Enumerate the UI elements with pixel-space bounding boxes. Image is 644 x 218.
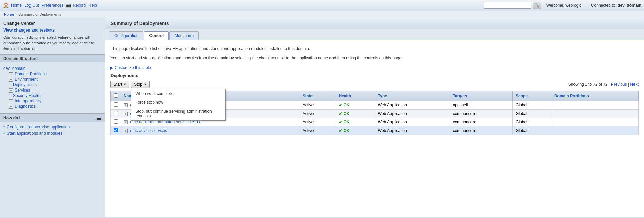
- how-do-i-title-bar: How do I... ▬: [0, 114, 105, 122]
- col-state-link[interactable]: State: [303, 94, 313, 98]
- nav-help[interactable]: Help: [88, 3, 97, 8]
- col-scope-link[interactable]: Scope: [516, 94, 528, 98]
- row-1-health-icon: ✔: [339, 103, 342, 108]
- hdi-start-apps[interactable]: Start applications and modules: [3, 131, 101, 136]
- tree-services-link[interactable]: Services: [15, 88, 30, 93]
- col-scope[interactable]: Scope: [513, 91, 551, 101]
- row-4-checkbox[interactable]: [114, 128, 118, 132]
- tree-deployments-link[interactable]: Deployments: [13, 82, 37, 87]
- tree-root-link[interactable]: dev_domain: [3, 66, 25, 71]
- tree-diagnostics-link[interactable]: Diagnostics: [15, 104, 36, 109]
- tree-security-realms[interactable]: Security Realms: [3, 93, 101, 98]
- nav-preferences[interactable]: Preferences: [42, 3, 64, 8]
- row-1-checkbox[interactable]: [114, 102, 118, 107]
- connected-label: Connected to:: [591, 3, 617, 8]
- tab-configuration[interactable]: Configuration: [109, 31, 143, 40]
- row-2-checkbox[interactable]: [114, 111, 118, 115]
- table-row: + cmc-advice-services Active ✔ OK Web Ap…: [111, 126, 639, 135]
- nav-record[interactable]: Record: [73, 3, 86, 8]
- tree-deployments[interactable]: Deployments: [3, 82, 101, 87]
- previous-link[interactable]: Previous: [611, 82, 627, 87]
- row-3-health-icon: ✔: [339, 120, 342, 125]
- home-icon: 🏠: [3, 2, 9, 8]
- stop-when-work-completes[interactable]: When work completes: [131, 89, 225, 98]
- row-1-expand-icon[interactable]: +: [124, 103, 128, 107]
- row-3-checkbox[interactable]: [114, 119, 118, 124]
- expand-environment-icon[interactable]: +: [9, 78, 13, 82]
- tree-diagnostics[interactable]: + Diagnostics: [3, 104, 101, 109]
- tree-domain-partitions[interactable]: + Domain Partitions: [3, 71, 101, 77]
- tab-monitoring[interactable]: Monitoring: [169, 31, 199, 40]
- col-state[interactable]: State: [300, 91, 336, 101]
- stop-button[interactable]: Stop ▼: [131, 81, 150, 88]
- connected-area: Connected to: dev_domain: [587, 3, 641, 8]
- stop-dropdown-menu: When work completes Force stop now Stop,…: [131, 89, 226, 121]
- col-domain-partitions[interactable]: Domain Partitions: [551, 91, 638, 101]
- deployments-section: Deployments Start ▼ Stop ▼: [110, 73, 639, 135]
- col-type[interactable]: Type: [375, 91, 450, 101]
- customize-table-section: ▶ Customize this table: [110, 65, 639, 70]
- nav-home[interactable]: Home: [11, 3, 22, 8]
- row-4-health-icon: ✔: [339, 128, 342, 133]
- tab-control[interactable]: Control: [144, 31, 169, 40]
- row-2-health: ✔ OK: [336, 110, 375, 118]
- welcome-text: Welcome, weblogic: [546, 3, 581, 8]
- row-1-targets: appshell: [450, 101, 512, 110]
- start-button[interactable]: Start ▼: [110, 81, 129, 88]
- col-health-link[interactable]: Health: [339, 94, 351, 98]
- tree-security-realms-link[interactable]: Security Realms: [13, 93, 42, 98]
- row-1-domain-partitions: [551, 101, 638, 110]
- row-4-name-link[interactable]: cmc-advice-services: [130, 128, 167, 133]
- expand-domain-partitions-icon[interactable]: +: [9, 72, 13, 76]
- col-domain-partitions-link[interactable]: Domain Partitions: [554, 94, 589, 98]
- how-do-i-title: How do I...: [3, 116, 24, 120]
- customize-table-link[interactable]: Customize this table: [115, 65, 151, 70]
- row-1-state: Active: [300, 101, 336, 110]
- row-3-expand-icon[interactable]: +: [124, 120, 128, 124]
- row-4-expand-icon[interactable]: +: [124, 129, 128, 133]
- row-2-domain-partitions: [551, 110, 638, 118]
- content-area: Summary of Deployments Configuration Con…: [105, 18, 644, 217]
- next-link[interactable]: Next: [630, 82, 639, 87]
- change-center: Change Center View changes and restarts …: [0, 18, 105, 55]
- customize-arrow-icon: ▶: [110, 66, 113, 70]
- tree-interoperability[interactable]: + Interoperability: [3, 98, 101, 104]
- view-changes-link[interactable]: View changes and restarts: [3, 28, 101, 33]
- col-targets-link[interactable]: Targets: [453, 94, 467, 98]
- col-targets[interactable]: Targets: [450, 91, 512, 101]
- tree-environment[interactable]: + Environment: [3, 77, 101, 82]
- breadcrumb-separator: >: [15, 12, 18, 16]
- stop-label: Stop: [134, 82, 142, 87]
- expand-services-icon[interactable]: +: [9, 88, 13, 93]
- stop-continue-admin[interactable]: Stop, but continue servicing administrat…: [131, 107, 225, 120]
- row-2-targets: commoncore: [450, 110, 512, 118]
- hdi-configure-enterprise[interactable]: Configure an enterprise application: [3, 125, 101, 130]
- row-2-expand-icon[interactable]: +: [124, 112, 128, 116]
- expand-diagnostics-icon[interactable]: +: [9, 105, 13, 109]
- tree-environment-link[interactable]: Environment: [15, 77, 37, 82]
- domain-tree: dev_domain + Domain Partitions + Environ…: [3, 64, 101, 111]
- tree-root[interactable]: dev_domain: [3, 66, 101, 71]
- row-2-scope: Global: [513, 110, 551, 118]
- select-all-checkbox[interactable]: [114, 93, 118, 98]
- breadcrumb-home[interactable]: Home: [4, 12, 14, 16]
- top-navigation-bar: 🏠 Home Log Out Preferences 📷 Record Help…: [0, 0, 644, 11]
- expand-interoperability-icon[interactable]: +: [9, 99, 13, 103]
- search-input[interactable]: [484, 2, 531, 9]
- domain-structure: Domain Structure dev_domain + Domain Par…: [0, 55, 105, 114]
- nav-logout[interactable]: Log Out: [24, 3, 39, 8]
- how-do-i-section: How do I... ▬ Configure an enterprise ap…: [0, 114, 105, 217]
- tree-domain-partitions-link[interactable]: Domain Partitions: [15, 72, 47, 76]
- row-3-targets: commoncore: [450, 118, 512, 126]
- col-type-link[interactable]: Type: [378, 94, 387, 98]
- stop-force-now[interactable]: Force stop now: [131, 98, 225, 107]
- row-2-type: Web Application: [375, 110, 450, 118]
- welcome-area: Welcome, weblogic: [546, 3, 581, 8]
- tree-interoperability-link[interactable]: Interoperability: [15, 99, 41, 103]
- tree-services[interactable]: + Services: [3, 87, 101, 93]
- row-3-type: Web Application: [375, 118, 450, 126]
- search-button[interactable]: 🔍: [533, 2, 541, 9]
- domain-structure-title: Domain Structure: [0, 55, 105, 62]
- col-health[interactable]: Health: [336, 91, 375, 101]
- how-do-i-collapse-button[interactable]: ▬: [97, 115, 101, 121]
